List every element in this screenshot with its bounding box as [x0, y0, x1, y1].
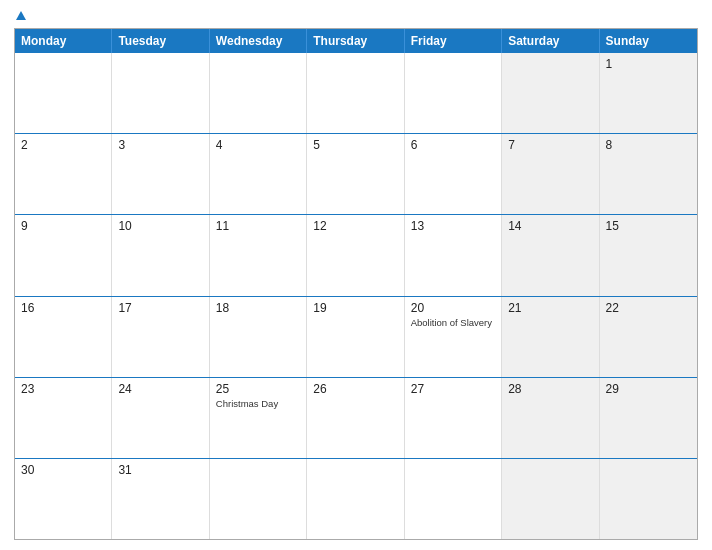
day-number: 10	[118, 219, 202, 233]
day-number: 19	[313, 301, 397, 315]
day-number: 20	[411, 301, 495, 315]
calendar-cell	[502, 459, 599, 539]
day-number: 30	[21, 463, 105, 477]
logo-triangle-icon	[15, 10, 27, 22]
calendar-cell: 9	[15, 215, 112, 295]
calendar-cell	[112, 53, 209, 133]
calendar-cell: 2	[15, 134, 112, 214]
calendar-page: MondayTuesdayWednesdayThursdayFridaySatu…	[0, 0, 712, 550]
day-number: 16	[21, 301, 105, 315]
calendar-cell: 30	[15, 459, 112, 539]
calendar-cell	[502, 53, 599, 133]
calendar-cell: 20Abolition of Slavery	[405, 297, 502, 377]
day-number: 17	[118, 301, 202, 315]
calendar-cell: 23	[15, 378, 112, 458]
calendar-cell: 1	[600, 53, 697, 133]
calendar-header: MondayTuesdayWednesdayThursdayFridaySatu…	[15, 29, 697, 53]
calendar-row-5: 3031	[15, 458, 697, 539]
calendar-cell: 7	[502, 134, 599, 214]
calendar-cell: 15	[600, 215, 697, 295]
day-number: 18	[216, 301, 300, 315]
calendar-cell: 19	[307, 297, 404, 377]
day-number: 24	[118, 382, 202, 396]
calendar-cell: 5	[307, 134, 404, 214]
day-number: 7	[508, 138, 592, 152]
logo	[14, 10, 28, 22]
svg-marker-0	[16, 11, 26, 20]
calendar-cell: 28	[502, 378, 599, 458]
day-number: 6	[411, 138, 495, 152]
calendar-row-1: 2345678	[15, 133, 697, 214]
calendar-cell: 3	[112, 134, 209, 214]
calendar-cell: 12	[307, 215, 404, 295]
calendar-cell	[15, 53, 112, 133]
calendar-cell: 25Christmas Day	[210, 378, 307, 458]
calendar-cell	[307, 53, 404, 133]
calendar-row-4: 232425Christmas Day26272829	[15, 377, 697, 458]
day-number: 14	[508, 219, 592, 233]
day-number: 29	[606, 382, 691, 396]
day-number: 26	[313, 382, 397, 396]
day-number: 13	[411, 219, 495, 233]
calendar-cell: 11	[210, 215, 307, 295]
weekday-header-wednesday: Wednesday	[210, 29, 307, 53]
calendar-cell	[405, 53, 502, 133]
calendar-cell: 29	[600, 378, 697, 458]
calendar-body: 1234567891011121314151617181920Abolition…	[15, 53, 697, 539]
calendar-cell: 27	[405, 378, 502, 458]
calendar-cell: 26	[307, 378, 404, 458]
day-number: 22	[606, 301, 691, 315]
day-number: 8	[606, 138, 691, 152]
weekday-header-tuesday: Tuesday	[112, 29, 209, 53]
day-number: 28	[508, 382, 592, 396]
day-number: 15	[606, 219, 691, 233]
calendar-cell	[307, 459, 404, 539]
page-header	[14, 10, 698, 22]
calendar-cell	[600, 459, 697, 539]
calendar-cell: 16	[15, 297, 112, 377]
calendar-cell: 14	[502, 215, 599, 295]
calendar-cell: 6	[405, 134, 502, 214]
day-number: 9	[21, 219, 105, 233]
weekday-header-monday: Monday	[15, 29, 112, 53]
calendar-cell: 21	[502, 297, 599, 377]
calendar-cell: 13	[405, 215, 502, 295]
day-number: 12	[313, 219, 397, 233]
calendar-cell: 8	[600, 134, 697, 214]
day-number: 5	[313, 138, 397, 152]
day-number: 3	[118, 138, 202, 152]
day-number: 23	[21, 382, 105, 396]
calendar-cell	[210, 459, 307, 539]
calendar-grid: MondayTuesdayWednesdayThursdayFridaySatu…	[14, 28, 698, 540]
calendar-cell: 17	[112, 297, 209, 377]
calendar-cell: 4	[210, 134, 307, 214]
day-number: 1	[606, 57, 691, 71]
calendar-cell	[405, 459, 502, 539]
day-number: 2	[21, 138, 105, 152]
calendar-cell: 24	[112, 378, 209, 458]
event-label: Abolition of Slavery	[411, 317, 495, 328]
day-number: 11	[216, 219, 300, 233]
weekday-header-sunday: Sunday	[600, 29, 697, 53]
weekday-header-thursday: Thursday	[307, 29, 404, 53]
calendar-cell: 10	[112, 215, 209, 295]
day-number: 27	[411, 382, 495, 396]
calendar-row-3: 1617181920Abolition of Slavery2122	[15, 296, 697, 377]
calendar-cell: 31	[112, 459, 209, 539]
calendar-cell: 22	[600, 297, 697, 377]
weekday-header-friday: Friday	[405, 29, 502, 53]
calendar-cell	[210, 53, 307, 133]
weekday-header-saturday: Saturday	[502, 29, 599, 53]
day-number: 25	[216, 382, 300, 396]
day-number: 21	[508, 301, 592, 315]
calendar-cell: 18	[210, 297, 307, 377]
day-number: 4	[216, 138, 300, 152]
calendar-row-2: 9101112131415	[15, 214, 697, 295]
event-label: Christmas Day	[216, 398, 300, 409]
calendar-row-0: 1	[15, 53, 697, 133]
day-number: 31	[118, 463, 202, 477]
